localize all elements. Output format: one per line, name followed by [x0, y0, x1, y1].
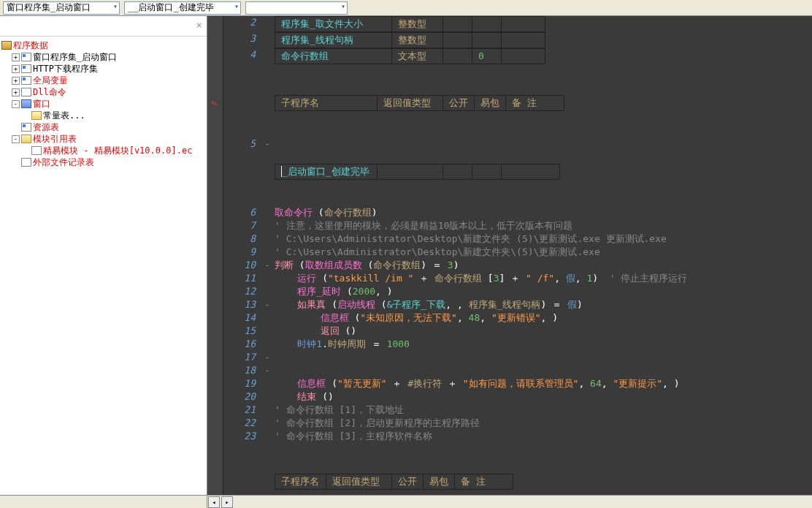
scroll-left[interactable]: ◂ — [208, 496, 220, 508]
win-icon — [21, 99, 31, 108]
sub2-header: 子程序名 返回值类型 公开 易包 备 注 — [275, 474, 513, 490]
code-line[interactable]: 7' 注意，这里使用的模块，必须是精益10版本以上，低于次版本有问题 — [223, 219, 812, 232]
var-row[interactable]: 命令行数组文本型0 — [275, 48, 545, 64]
toolbar: 窗口程序集_启动窗口 __启动窗口_创建完毕 — [0, 0, 812, 16]
fold-icon — [31, 111, 42, 120]
tree-item[interactable]: -窗口 — [1, 98, 205, 110]
code-line[interactable]: 16 时钟1.时钟周期 ＝ 1000 — [223, 338, 812, 351]
tree-label: 全局变量 — [33, 75, 68, 87]
tree-label: Dll命令 — [33, 86, 66, 99]
combo-extra[interactable] — [245, 1, 348, 15]
tree-toggle[interactable]: + — [12, 77, 20, 85]
red-icon — [31, 146, 42, 155]
col-public: 公开 — [443, 96, 475, 111]
tree-item[interactable]: 资源表 — [1, 121, 205, 133]
tree-root-label: 程序数据 — [13, 39, 48, 52]
tree-label: 资源表 — [33, 121, 59, 134]
combo-class[interactable]: 窗口程序集_启动窗口 — [3, 1, 120, 15]
code-line[interactable]: 21' 命令行数组 [1]，下载地址 — [223, 403, 812, 417]
col-pkg: 易包 — [475, 96, 506, 111]
code-line[interactable]: 10-判断 (取数组成员数 (命令行数组) ＝ 3) — [223, 259, 812, 272]
tree-label: HTTP下载程序集 — [33, 63, 98, 75]
var-row[interactable]: 程序集_取文件大小整数型 — [275, 16, 545, 32]
sidebar: 程序数据 +窗口程序集_启动窗口+HTTP下载程序集+全局变量+Dll命令-窗口… — [0, 16, 207, 495]
tree-label: 模块引用表 — [33, 133, 77, 145]
tree-item[interactable]: -模块引用表 — [1, 133, 205, 145]
sub-header-table: 子程序名 返回值类型 公开 易包 备 注 — [275, 95, 564, 111]
tree-label: 窗口 — [33, 98, 50, 110]
code-line[interactable]: 22' 命令行数组 [2]，启动更新程序的主程序路径 — [223, 417, 812, 430]
pencil-icon: ✎ — [209, 95, 220, 106]
statusbar: ◂ ▸ — [0, 495, 812, 508]
combo-sub[interactable]: __启动窗口_创建完毕 — [124, 1, 241, 15]
code-line[interactable]: 17- — [223, 351, 812, 364]
tree-item[interactable]: 精易模块 - 精易模块[v10.0.0].ec — [1, 145, 205, 156]
db-icon — [21, 123, 31, 132]
code-line[interactable]: 8' C:\Users\Administrator\Desktop\新建文件夹 … — [223, 232, 812, 246]
db-icon — [21, 76, 31, 85]
code-editor[interactable]: 2程序集_取文件大小整数型3程序集_线程句柄整数型4命令行数组文本型0 子程序名… — [223, 16, 812, 495]
code-line[interactable]: 9' C:\Users\Administrator\Desktop\新建文件夹\… — [223, 246, 812, 259]
code-line[interactable]: 20 结束 () — [223, 390, 812, 403]
tree-label: 窗口程序集_启动窗口 — [33, 51, 117, 64]
col-rettype: 返回值类型 — [378, 96, 443, 111]
code-line[interactable]: 19 信息框 ("暂无更新" ＋ #换行符 ＋ "如有问题，请联系管理员", 6… — [223, 377, 812, 390]
code-line[interactable]: 23' 命令行数组 [3]，主程序软件名称 — [223, 430, 812, 443]
tree-item[interactable]: +Dll命令 — [1, 86, 205, 98]
tree-toggle[interactable]: + — [12, 65, 20, 73]
db-icon — [21, 53, 31, 61]
sub-name: _启动窗口_创建完毕 — [282, 166, 369, 177]
red-icon — [21, 158, 31, 167]
tree-toggle[interactable]: + — [12, 88, 20, 96]
tree-toggle[interactable]: + — [12, 53, 20, 61]
tree-toggle[interactable]: - — [12, 135, 20, 143]
code-line[interactable]: 11 运行 ("taskkill /im " ＋ 命令行数组 [3] ＋ " /… — [223, 272, 812, 285]
code-line[interactable]: 15 返回 () — [223, 325, 812, 338]
tree-item[interactable]: 常量表... — [1, 110, 205, 121]
tree-item[interactable]: +全局变量 — [1, 75, 205, 86]
code-line[interactable]: 14 信息框 ("未知原因，无法下载", 48, "更新错误", ) — [223, 311, 812, 325]
tree-item[interactable]: +HTTP下载程序集 — [1, 63, 205, 75]
tree-item[interactable]: 外部文件记录表 — [1, 156, 205, 168]
db-icon — [21, 64, 31, 73]
tree-item[interactable]: +窗口程序集_启动窗口 — [1, 51, 205, 63]
code-line[interactable]: 12 程序_延时 (2000, ) — [223, 285, 812, 298]
sub-name-row[interactable]: _启动窗口_创建完毕 — [275, 164, 560, 180]
project-tree[interactable]: 程序数据 +窗口程序集_启动窗口+HTTP下载程序集+全局变量+Dll命令-窗口… — [0, 37, 207, 495]
tree-root[interactable]: 程序数据 — [1, 39, 205, 51]
tree-label: 精易模块 - 精易模块[v10.0.0].ec — [43, 145, 192, 157]
tree-toggle[interactable]: - — [12, 100, 20, 108]
sidebar-header — [0, 16, 207, 37]
code-line[interactable]: 13- 如果真 (启动线程 (&子程序_下载, , 程序集_线程句柄) ＝ 假) — [223, 298, 812, 311]
scroll-right[interactable]: ▸ — [221, 496, 233, 508]
col-remark: 备 注 — [506, 96, 564, 111]
code-line[interactable]: 6取命令行 (命令行数组) — [223, 206, 812, 219]
fold-icon — [21, 134, 31, 143]
red-icon — [21, 88, 31, 96]
code-line[interactable]: 18- — [223, 364, 812, 377]
col-subname: 子程序名 — [275, 96, 378, 111]
tree-label: 外部文件记录表 — [33, 156, 94, 169]
marker-gutter: ✎ — [207, 16, 223, 495]
var-row[interactable]: 程序集_线程句柄整数型 — [275, 32, 545, 48]
tree-label: 常量表... — [43, 110, 85, 122]
root-icon — [1, 41, 12, 50]
